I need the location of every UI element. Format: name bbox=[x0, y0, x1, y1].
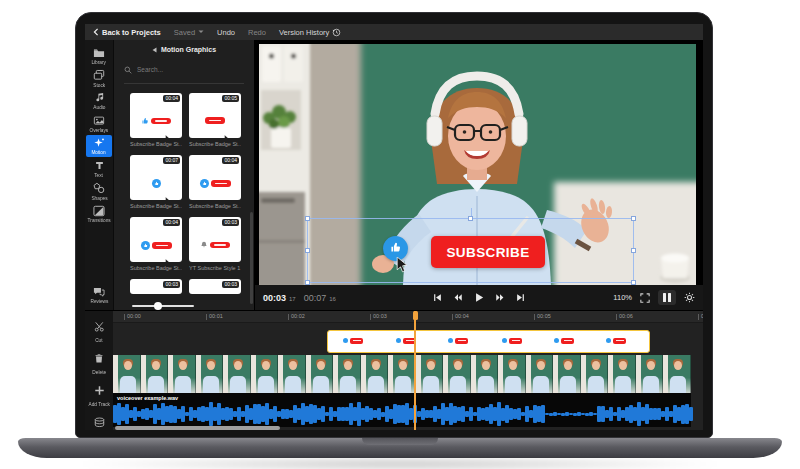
zoom-level[interactable]: 110% bbox=[613, 293, 632, 302]
skip-start-button[interactable] bbox=[433, 293, 442, 302]
sidebar-item-transitions[interactable]: Transitions bbox=[85, 203, 113, 225]
timeline-tool-cut[interactable]: Cut bbox=[85, 318, 113, 343]
video-clip-track[interactable] bbox=[113, 355, 691, 393]
audio-clip-track[interactable]: voiceover example.wav bbox=[113, 393, 691, 427]
sidebar-item-reviews[interactable]: Reviews bbox=[85, 284, 113, 306]
sidebar-item-label: Overlays bbox=[90, 127, 109, 133]
motion-card[interactable]: 00:07 bbox=[130, 155, 182, 200]
video-frame[interactable]: SUBSCRIBE bbox=[259, 44, 696, 285]
duration-badge: 00:04 bbox=[163, 219, 180, 226]
version-history-button[interactable]: Version History bbox=[279, 28, 341, 37]
folder-icon bbox=[93, 47, 105, 58]
rewind-button[interactable] bbox=[453, 293, 463, 302]
timeline-scrollbar[interactable] bbox=[115, 426, 280, 430]
subscribe-pill bbox=[613, 338, 626, 344]
ruler-label: 00:00 bbox=[124, 314, 141, 320]
thumbs-up-icon bbox=[389, 240, 402, 258]
video-thumbnail bbox=[168, 355, 196, 393]
panel-toggle-button[interactable] bbox=[658, 290, 676, 305]
total-frames: 16 bbox=[329, 296, 336, 302]
card-graphic bbox=[130, 117, 182, 125]
motion-card-cell: 00:07Subscribe Badge St... bbox=[130, 155, 182, 217]
back-to-projects-button[interactable]: Back to Projects bbox=[93, 28, 161, 37]
search-bar[interactable] bbox=[124, 60, 244, 84]
picture-icon bbox=[93, 115, 105, 126]
motion-card[interactable]: 00:03 bbox=[130, 279, 182, 294]
resize-handle[interactable] bbox=[631, 216, 636, 221]
sidebar-item-overlays[interactable]: Overlays bbox=[85, 113, 113, 135]
cursor-icon bbox=[224, 129, 230, 138]
like-badge-icon bbox=[200, 179, 209, 188]
sidebar-item-shapes[interactable]: Shapes bbox=[85, 181, 113, 203]
motion-card[interactable]: 00:04 bbox=[130, 217, 182, 262]
panel-back-icon[interactable] bbox=[152, 47, 157, 53]
card-graphic bbox=[189, 179, 241, 188]
play-button[interactable] bbox=[474, 292, 484, 303]
fast-forward-button[interactable] bbox=[495, 293, 505, 302]
ruler-label: 00:02 bbox=[288, 314, 305, 320]
card-caption: Subscribe Badge St... bbox=[130, 265, 182, 271]
resize-handle[interactable] bbox=[468, 216, 473, 221]
motion-overlay-clip[interactable] bbox=[327, 330, 650, 353]
layers-icon bbox=[94, 414, 105, 430]
timeline-tracks: 00:0000:0100:0200:0300:0400:0500:0600:07… bbox=[113, 311, 703, 430]
sidebar-item-library[interactable]: Library bbox=[85, 45, 113, 67]
slider-knob[interactable] bbox=[154, 302, 162, 310]
motion-card[interactable]: 00:03 bbox=[189, 217, 241, 262]
sidebar-item-stock[interactable]: Stock bbox=[85, 68, 113, 90]
motion-card[interactable]: 00:05 bbox=[189, 93, 241, 138]
view-controls: 110% bbox=[525, 290, 695, 305]
timeline-tool-delete[interactable]: Delete bbox=[85, 350, 113, 375]
like-dot-icon bbox=[396, 338, 401, 343]
main-area: LibraryStockAudioOverlaysMotionTextShape… bbox=[85, 40, 703, 310]
duration-badge: 00:04 bbox=[163, 95, 180, 102]
text-icon bbox=[94, 160, 105, 171]
shapes-icon bbox=[93, 183, 105, 194]
duration-badge: 00:05 bbox=[222, 95, 239, 102]
audio-clip-label: voiceover example.wav bbox=[117, 395, 178, 401]
motion-card[interactable]: 00:04 bbox=[189, 155, 241, 200]
motion-card-cell: 00:03 bbox=[189, 279, 241, 294]
video-thumbnail bbox=[278, 355, 306, 393]
subscribe-pill bbox=[561, 338, 574, 344]
motion-card[interactable]: 00:03 bbox=[189, 279, 241, 294]
cursor-icon bbox=[165, 129, 171, 138]
skip-end-button[interactable] bbox=[516, 293, 525, 302]
motion-card-cell: 00:04Subscribe Badge St... bbox=[130, 217, 182, 279]
topbar: Back to Projects Saved Undo Redo Version… bbox=[85, 24, 703, 40]
sidebar-item-text[interactable]: Text bbox=[85, 158, 113, 180]
redo-button[interactable]: Redo bbox=[248, 28, 266, 37]
fullscreen-button[interactable] bbox=[640, 293, 650, 303]
sidebar-item-audio[interactable]: Audio bbox=[85, 90, 113, 112]
resize-handle[interactable] bbox=[631, 248, 636, 253]
duration-badge: 00:07 bbox=[163, 157, 180, 164]
subscribe-overlay-button[interactable]: SUBSCRIBE bbox=[431, 236, 545, 268]
panel-zoom-slider[interactable] bbox=[132, 302, 194, 310]
timeline-ruler[interactable]: 00:0000:0100:0200:0300:0400:0500:0600:07 bbox=[113, 311, 703, 323]
video-thumbnail bbox=[471, 355, 499, 393]
motion-cards-grid: 00:04Subscribe Badge St...00:05Subscribe… bbox=[130, 93, 254, 294]
video-thumbnail bbox=[443, 355, 471, 393]
video-thumbnail bbox=[526, 355, 554, 393]
saved-status-dropdown[interactable]: Saved bbox=[174, 28, 204, 37]
timeline-tool-tracks[interactable]: Tracks bbox=[85, 414, 113, 430]
bell-icon bbox=[200, 241, 208, 249]
panel-scrollbar[interactable] bbox=[250, 212, 253, 304]
timeline-tool-add-track[interactable]: Add Track bbox=[85, 382, 113, 407]
resize-handle[interactable] bbox=[305, 248, 310, 253]
settings-gear-button[interactable] bbox=[684, 292, 695, 303]
sidebar-item-motion[interactable]: Motion bbox=[86, 135, 112, 157]
card-graphic bbox=[130, 179, 182, 188]
duration-badge: 00:03 bbox=[222, 281, 239, 288]
motion-card[interactable]: 00:04 bbox=[130, 93, 182, 138]
page: Back to Projects Saved Undo Redo Version… bbox=[0, 0, 800, 469]
sidebar-item-label: Text bbox=[95, 172, 104, 178]
sparkle-icon bbox=[93, 137, 105, 148]
video-thumbnail bbox=[141, 355, 169, 393]
resize-handle[interactable] bbox=[305, 216, 310, 221]
ruler-label: 00:06 bbox=[616, 314, 633, 320]
playhead[interactable] bbox=[414, 311, 416, 430]
undo-button[interactable]: Undo bbox=[217, 28, 235, 37]
video-thumbnail bbox=[581, 355, 609, 393]
search-input[interactable] bbox=[137, 66, 244, 73]
